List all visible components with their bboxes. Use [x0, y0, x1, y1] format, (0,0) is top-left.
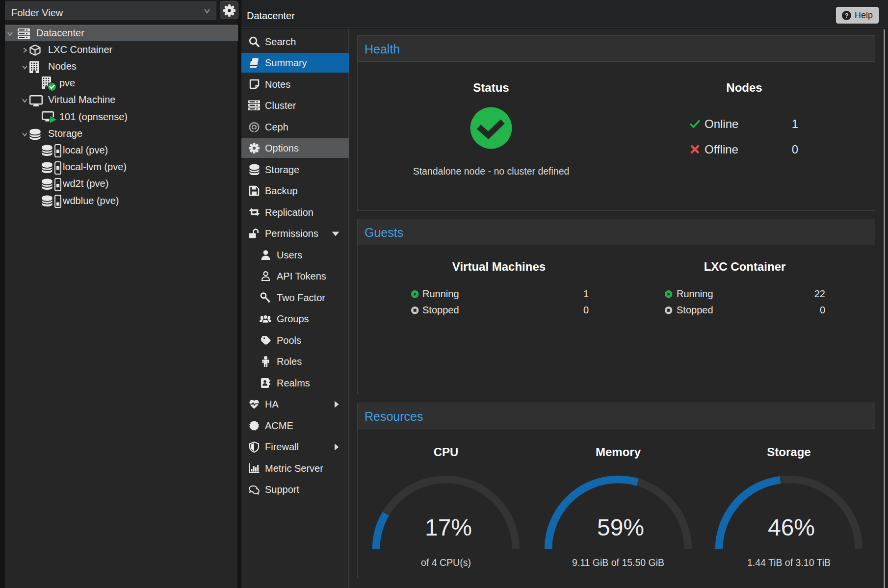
svg-text:?: ?: [844, 12, 848, 19]
